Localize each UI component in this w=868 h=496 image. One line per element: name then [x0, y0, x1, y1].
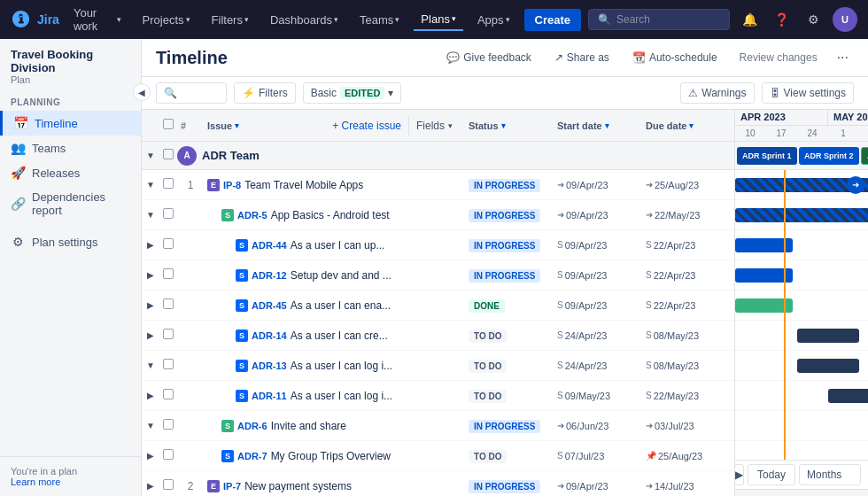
filters-button[interactable]: ⚡ Filters — [234, 82, 296, 104]
row-expand[interactable]: ▶ — [142, 330, 159, 340]
issue-title[interactable]: My Group Trips Overview — [271, 450, 391, 462]
learn-more-link[interactable]: Learn more — [11, 477, 130, 487]
settings-icon[interactable]: ⚙ — [801, 7, 825, 32]
issue-title[interactable]: As a user I can ena... — [291, 299, 391, 312]
issue-title[interactable]: App Basics - Android test — [271, 209, 390, 221]
row-checkbox[interactable] — [159, 389, 177, 402]
row-expand[interactable]: ▶ — [142, 240, 159, 250]
issue-key[interactable]: ADR-5 — [237, 210, 267, 221]
row-checkbox[interactable] — [159, 449, 177, 462]
nav-plans[interactable]: Plans ▾ — [414, 9, 463, 31]
sidebar-item-teams[interactable]: 👥 Teams — [0, 136, 141, 160]
issue-key[interactable]: ADR-11 — [252, 391, 287, 401]
row-expand[interactable]: ▼ — [142, 180, 159, 190]
nav-filters[interactable]: Filters ▾ — [205, 10, 256, 30]
issue-title[interactable]: As a user I can cre... — [291, 329, 388, 342]
row-expand[interactable]: ▶ — [142, 270, 159, 280]
horizontal-scrollbar[interactable] — [735, 489, 868, 496]
warnings-button[interactable]: ⚠ Warnings — [680, 82, 754, 104]
issue-title[interactable]: New payment systems — [244, 480, 352, 492]
sidebar-item-releases[interactable]: 🚀 Releases — [0, 160, 141, 185]
row-expand[interactable]: ▼ — [142, 421, 159, 430]
col-duedate[interactable]: Due date ▾ — [646, 120, 734, 131]
row-checkbox[interactable] — [159, 479, 177, 492]
gantt-bar-item[interactable] — [828, 389, 868, 403]
user-avatar[interactable]: U — [833, 7, 857, 32]
sidebar-collapse-button[interactable]: ◀ — [133, 83, 151, 101]
group-checkbox[interactable] — [159, 149, 177, 162]
row-expand[interactable]: ▼ — [142, 360, 159, 370]
table-row: ▶ 2 E IP-7 New payment systems IN PROGRE… — [142, 471, 734, 496]
issue-key[interactable]: ADR-13 — [252, 360, 287, 371]
gantt-bar-item[interactable] — [797, 359, 859, 373]
issue-key[interactable]: ADR-12 — [252, 270, 287, 281]
issue-title[interactable]: As a user I can up... — [291, 239, 385, 252]
issue-key[interactable]: ADR-44 — [252, 240, 287, 251]
gantt-nav-arrow[interactable]: ➜ — [847, 176, 864, 194]
select-all-checkbox[interactable] — [159, 119, 177, 132]
share-as-button[interactable]: ↗ Share as — [546, 47, 617, 68]
row-expand[interactable]: ▼ — [142, 210, 159, 220]
row-checkbox[interactable] — [159, 329, 177, 342]
project-sub: Plan — [11, 74, 130, 85]
nav-teams[interactable]: Teams ▾ — [353, 10, 407, 30]
create-issue-button[interactable]: + Create issue — [325, 116, 408, 136]
issue-title[interactable]: Team Travel Mobile Apps — [244, 179, 363, 191]
row-checkbox[interactable] — [159, 268, 177, 282]
row-expand[interactable]: ▶ — [142, 391, 159, 400]
sub-header: Timeline 💬 Give feedback ↗ Share as 📆 Au… — [142, 39, 868, 77]
row-expand[interactable]: ▶ — [142, 300, 159, 310]
sidebar-item-dependencies[interactable]: 🔗 Dependencies report — [0, 185, 141, 222]
issue-title[interactable]: Setup dev and and ... — [291, 269, 391, 282]
sidebar-item-timeline[interactable]: 📅 Timeline — [0, 111, 141, 136]
notifications-icon[interactable]: 🔔 — [737, 7, 762, 32]
col-status[interactable]: Status ▾ — [469, 120, 557, 131]
issue-key[interactable]: ADR-6 — [237, 421, 267, 431]
gantt-row — [735, 230, 868, 260]
issue-title[interactable]: Invite and share — [271, 420, 346, 432]
sprint-bar-3: ADR Sprint 3 — [861, 147, 868, 165]
zoom-select[interactable]: Months — [799, 464, 861, 485]
issue-title[interactable]: As a user I can log i... — [291, 390, 392, 402]
auto-schedule-button[interactable]: 📆 Auto-schedule — [624, 47, 725, 68]
logo[interactable]: Jira — [11, 9, 59, 30]
nav-your-work[interactable]: Your work ▾ — [66, 3, 128, 36]
row-checkbox[interactable] — [159, 238, 177, 252]
row-checkbox[interactable] — [159, 419, 177, 432]
basic-filter-button[interactable]: Basic EDITED ▾ — [303, 82, 402, 104]
help-icon[interactable]: ❓ — [769, 7, 794, 32]
gantt-bar-item[interactable] — [797, 329, 859, 343]
issue-key[interactable]: ADR-7 — [237, 451, 267, 461]
next-button[interactable]: ▶ — [735, 464, 744, 485]
give-feedback-button[interactable]: 💬 Give feedback — [438, 47, 539, 68]
today-button[interactable]: Today — [748, 464, 795, 485]
nav-projects[interactable]: Projects ▾ — [136, 10, 198, 30]
review-changes-button[interactable]: Review changes — [732, 48, 825, 67]
nav-dashboards[interactable]: Dashboards ▾ — [263, 10, 345, 30]
search-box-nav[interactable]: 🔍 Search — [588, 9, 730, 30]
table-row: ▶ S ADR-12 Setup dev and and ... IN PROG… — [142, 260, 734, 291]
row-checkbox[interactable] — [159, 208, 177, 221]
issue-key[interactable]: ADR-45 — [252, 300, 287, 311]
issue-key[interactable]: IP-8 — [223, 180, 241, 190]
create-button[interactable]: Create — [524, 9, 581, 31]
issue-key[interactable]: ADR-14 — [252, 330, 287, 341]
nav-apps[interactable]: Apps ▾ — [470, 10, 517, 30]
gantt-bar-item[interactable] — [735, 208, 868, 222]
duedate-value: 22/Apr/23 — [654, 300, 696, 311]
search-input-box[interactable]: 🔍 — [156, 82, 227, 104]
col-issue-header[interactable]: Issue ▾ — [204, 120, 322, 131]
more-options-button[interactable]: ··· — [832, 46, 854, 69]
row-checkbox[interactable] — [159, 178, 177, 191]
view-settings-button[interactable]: 🎛 View settings — [762, 82, 854, 104]
fields-button[interactable]: Fields ▾ — [408, 116, 460, 136]
row-expand[interactable]: ▶ — [142, 451, 159, 461]
sidebar-item-plan-settings[interactable]: ⚙ Plan settings — [0, 229, 141, 254]
issue-title[interactable]: As a user I can log i... — [291, 360, 392, 372]
row-checkbox[interactable] — [159, 359, 177, 372]
issue-key[interactable]: IP-7 — [223, 481, 241, 492]
row-checkbox[interactable] — [159, 298, 177, 312]
row-expand[interactable]: ▶ — [142, 481, 159, 491]
row-startdate: ➜ 09/Apr/23 — [557, 180, 646, 190]
col-startdate[interactable]: Start date ▾ — [557, 120, 646, 131]
